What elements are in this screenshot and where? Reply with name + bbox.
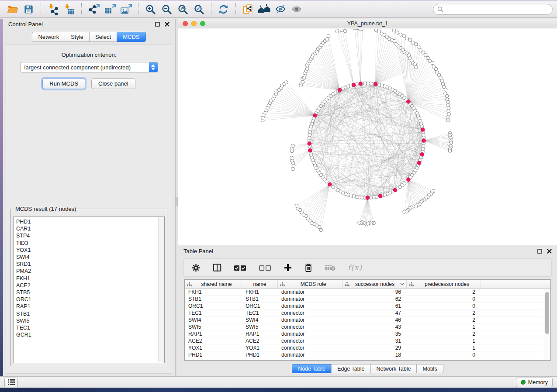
table-row[interactable]: TEC1TEC1connector472	[185, 309, 550, 316]
function-builder-button[interactable]: f(x)	[348, 263, 362, 272]
export-table-button[interactable]	[102, 2, 118, 17]
float-table-panel-button[interactable]	[537, 249, 542, 254]
table-row[interactable]: ORC1ORC1dominator610	[185, 303, 550, 309]
mcds-result-item[interactable]: SWI4	[16, 254, 158, 261]
first-neighbors-button[interactable]	[256, 2, 272, 17]
column-header-MCDS-role[interactable]: MCDS role	[278, 280, 343, 288]
tab-style[interactable]: Style	[65, 32, 90, 42]
refresh-button[interactable]	[215, 2, 232, 17]
zoom-selected-button[interactable]	[191, 2, 207, 17]
network-canvas[interactable]	[178, 29, 557, 245]
mcds-result-item[interactable]: FKH1	[16, 275, 158, 282]
tab-select[interactable]: Select	[89, 32, 117, 42]
table-row[interactable]: RAP1RAP1dominator352	[185, 330, 550, 337]
window-zoom-button[interactable]	[200, 21, 205, 26]
cell-name: SWI4	[242, 317, 278, 323]
mcds-result-item[interactable]: ORC1	[16, 296, 158, 303]
table-row[interactable]: PHD1PHD1dominator180	[185, 351, 550, 358]
tab-node-table[interactable]: Node Table	[292, 364, 332, 373]
network-window-titlebar[interactable]: YPA_prune.txt_1	[178, 19, 557, 28]
mcds-result-item[interactable]: RAP1	[16, 303, 158, 310]
table-settings-button[interactable]	[191, 263, 201, 272]
mcds-result-item[interactable]: CAR1	[16, 225, 158, 232]
mcds-result-item[interactable]: STB1	[16, 310, 158, 317]
export-image-button[interactable]	[118, 2, 134, 17]
mcds-result-item[interactable]: STB5	[16, 289, 158, 296]
panel-menu-button[interactable]	[4, 378, 18, 387]
import-network-button[interactable]	[45, 2, 61, 17]
toolbar-separator	[41, 3, 41, 15]
float-panel-button[interactable]	[155, 22, 160, 27]
delete-table-button[interactable]	[325, 264, 336, 272]
show-column-panel-button[interactable]	[212, 263, 222, 272]
export-table-icon	[104, 3, 116, 15]
table-scrollbar[interactable]	[544, 289, 550, 360]
table-row[interactable]: FKH1FKH1dominator962	[185, 289, 550, 296]
tab-motifs[interactable]: Motifs	[416, 364, 443, 373]
mcds-result-item[interactable]: TID3	[16, 240, 158, 247]
save-session-button[interactable]	[21, 2, 37, 17]
tab-mcds[interactable]: MCDS	[117, 32, 145, 42]
close-table-panel-button[interactable]	[547, 249, 552, 254]
delete-column-icon	[304, 263, 313, 272]
open-file-button[interactable]	[4, 2, 21, 17]
zoom-out-button[interactable]	[159, 2, 175, 17]
mcds-result-list[interactable]: PHD1CAR1STP4TID3YOX1SWI4SRD1PMA2FKH1ACE2…	[14, 217, 158, 362]
cell-predecessor-nodes: 0	[407, 296, 481, 302]
table-scrollbar-thumb[interactable]	[545, 292, 549, 334]
deselect-all-button[interactable]	[259, 265, 272, 271]
control-panel: Control Panel NetworkStyleSelectMCDS Opt…	[3, 19, 175, 376]
settings-gear-icon	[191, 263, 201, 272]
mcds-result-item[interactable]: SRD1	[16, 261, 158, 268]
column-header-filler	[481, 280, 550, 288]
export-network-button[interactable]	[86, 2, 102, 17]
table-row[interactable]: ACE2ACE2connector311	[185, 337, 550, 344]
tab-network-table[interactable]: Network Table	[370, 364, 417, 373]
hide-selected-button[interactable]	[272, 2, 288, 17]
close-panel-x-button[interactable]	[165, 22, 170, 27]
zoom-fit-button[interactable]	[175, 2, 191, 17]
window-minimize-button[interactable]	[191, 21, 197, 26]
delete-column-button[interactable]	[304, 263, 313, 272]
memory-button[interactable]: Memory	[516, 378, 553, 387]
search-icon	[437, 6, 443, 12]
main-toolbar	[0, 0, 557, 18]
mcds-result-item[interactable]: GCR1	[16, 331, 158, 338]
table-toolbar: f(x)	[183, 258, 552, 277]
column-header-name[interactable]: name	[242, 280, 278, 288]
window-close-button[interactable]	[183, 21, 188, 26]
search-box[interactable]	[433, 4, 553, 15]
cell-shared-name: YOX1	[185, 345, 242, 351]
table-row[interactable]: STB1STB1dominator620	[185, 296, 550, 303]
column-header-shared-name[interactable]: shared name	[185, 280, 242, 288]
run-mcds-button[interactable]: Run MCDS	[42, 78, 85, 89]
cell-name: STB1	[242, 296, 278, 302]
search-input[interactable]	[446, 6, 548, 13]
mcds-result-item[interactable]: SWI5	[16, 317, 158, 324]
create-column-button[interactable]	[284, 263, 292, 272]
close-panel-button[interactable]: Close panel	[91, 78, 135, 89]
table-row[interactable]: SWI4SWI4dominator462	[185, 316, 550, 323]
cell-successor-nodes: 35	[343, 331, 407, 337]
optimization-criterion-select[interactable]: largest connected component (undirected)	[20, 62, 158, 72]
show-all-button[interactable]	[288, 2, 304, 17]
cell-successor-nodes: 47	[343, 310, 407, 316]
mcds-result-item[interactable]: ACE2	[16, 282, 158, 289]
select-all-button[interactable]	[234, 265, 247, 271]
table-row[interactable]: YOX1YOX1connector291	[185, 344, 550, 351]
tab-network[interactable]: Network	[32, 32, 65, 42]
mcds-result-scrollbar[interactable]	[158, 217, 164, 362]
new-network-from-selection-button[interactable]	[240, 2, 256, 17]
column-header-predecessor-nodes[interactable]: predecessor nodes	[407, 280, 481, 288]
mcds-result-item[interactable]: YOX1	[16, 247, 158, 254]
tab-edge-table[interactable]: Edge Table	[331, 364, 370, 373]
column-header-successor-nodes[interactable]: successor nodes	[343, 280, 407, 288]
table-row[interactable]: SWI5SWI5connector431	[185, 323, 550, 330]
import-table-button[interactable]	[61, 2, 77, 17]
zoom-in-button[interactable]	[142, 2, 159, 17]
mcds-result-item[interactable]: PMA2	[16, 268, 158, 275]
mcds-result-item[interactable]: STP4	[16, 232, 158, 239]
mcds-result-item[interactable]: TEC1	[16, 324, 158, 331]
mcds-result-item[interactable]: PHD1	[16, 218, 158, 225]
panel-splitter[interactable]	[175, 19, 178, 376]
